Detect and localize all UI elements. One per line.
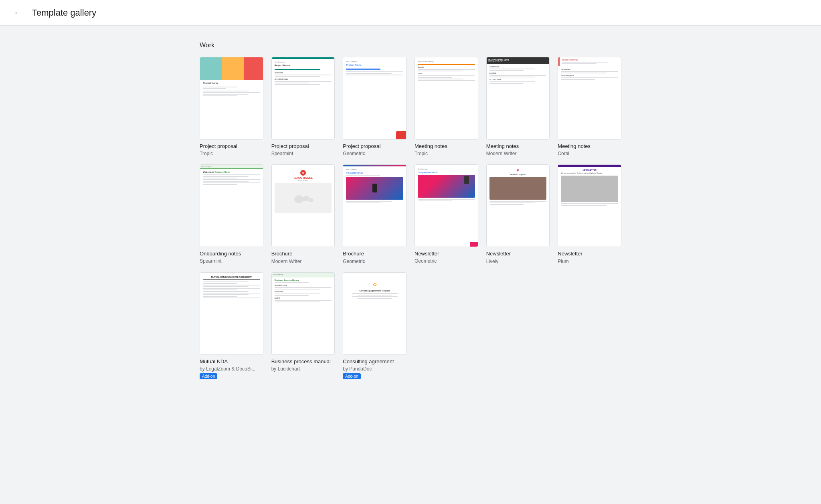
line bbox=[418, 71, 463, 71]
template-thumb: Annual Board Meeting Agenda Goals bbox=[415, 57, 478, 140]
template-name: Project proposal bbox=[343, 143, 406, 150]
teal-block bbox=[200, 57, 222, 80]
section: OVERVIEW bbox=[275, 72, 332, 74]
label: Your Company bbox=[201, 166, 262, 168]
template-card-brochure-geometric[interactable]: Your Company Product Brochure Brochure G… bbox=[343, 164, 406, 264]
plum-tagline: We are nominated for the best new artist… bbox=[561, 172, 618, 174]
thumb-content: Your Company Welcome to Company Name bbox=[200, 165, 263, 247]
section: ATTENDEES bbox=[489, 66, 547, 68]
line bbox=[352, 296, 398, 297]
template-thumb: ♥ We have a surprise! bbox=[486, 164, 550, 247]
ob-header: Your Company bbox=[200, 165, 263, 169]
section: OVERVIEW bbox=[275, 291, 332, 293]
spacer bbox=[203, 91, 260, 96]
line bbox=[275, 75, 332, 75]
section: SCOPE bbox=[275, 297, 332, 299]
accent-line bbox=[275, 69, 320, 70]
geo-bar bbox=[343, 165, 406, 166]
template-card-project-proposal-geometric[interactable]: Your Company Project Name Project propos… bbox=[343, 57, 406, 156]
photo-block bbox=[489, 177, 547, 199]
line bbox=[418, 199, 475, 200]
map bbox=[275, 183, 332, 213]
thumb-content: MUTUAL NON-DISCLOSURE AGREEMENT bbox=[200, 273, 263, 354]
company: Your Company bbox=[273, 273, 334, 275]
template-name: Meeting notes bbox=[486, 143, 550, 150]
template-card-brochure-modern[interactable]: IN GO·GO TRAVEL Travel Brokers Brochure bbox=[271, 164, 335, 264]
map-svg bbox=[291, 191, 315, 205]
template-card-consulting-agreement[interactable]: ✿ Consulting Agreement Template Consulti… bbox=[343, 272, 406, 379]
template-card-newsletter-lively[interactable]: ♥ We have a surprise! Newsletter Lively bbox=[486, 164, 550, 264]
template-card-project-proposal-spearmint[interactable]: Your Company Project Name OVERVIEW SPECI… bbox=[271, 57, 335, 156]
line bbox=[358, 295, 392, 296]
app-header: ← Template gallery bbox=[0, 0, 821, 26]
agreement-title: Consulting Agreement Template bbox=[346, 289, 403, 292]
line bbox=[203, 174, 260, 175]
template-card-meeting-notes-modern[interactable]: MEETING NAME 09/04 DATE • TIME • LOCATIO… bbox=[486, 57, 550, 156]
section: From the Agenda bbox=[561, 75, 618, 77]
nda-title: MUTUAL NON-DISCLOSURE AGREEMENT bbox=[203, 276, 260, 280]
template-thumb: NEWSLETTER We are nominated for the best… bbox=[558, 164, 621, 247]
thumb-content: NEWSLETTER We are nominated for the best… bbox=[558, 165, 621, 247]
meeting-title: Team Meeting bbox=[562, 59, 619, 61]
template-thumb: Your Company Project Name bbox=[343, 57, 406, 140]
line bbox=[561, 79, 595, 80]
template-name: Business process manual bbox=[271, 358, 335, 365]
template-thumb: IN GO·GO TRAVEL Travel Brokers bbox=[271, 164, 335, 247]
line bbox=[561, 73, 607, 73]
thumb-content: Your Company Project Name OVERVIEW SPECI… bbox=[272, 57, 335, 139]
line bbox=[561, 71, 618, 72]
line bbox=[352, 293, 398, 294]
welcome-text: Welcome to Company Name bbox=[203, 171, 260, 173]
company: Your Company bbox=[346, 168, 403, 170]
line bbox=[203, 87, 237, 87]
thumb-content: Your Company Company Newsletter bbox=[415, 165, 478, 247]
color-header bbox=[200, 57, 263, 80]
line bbox=[275, 289, 320, 289]
template-card-mutual-nda[interactable]: MUTUAL NON-DISCLOSURE AGREEMENT bbox=[200, 272, 263, 379]
project-name: Project Name bbox=[346, 64, 403, 67]
template-thumb: Project Name bbox=[200, 57, 263, 140]
main-content: Work Project Name bbox=[190, 26, 631, 413]
template-sub: Tropic bbox=[415, 151, 478, 156]
template-thumb: Your Company Welcome to Company Name bbox=[200, 164, 263, 247]
project-name: Project Name bbox=[275, 64, 332, 67]
template-card-newsletter-geometric[interactable]: Your Company Company Newsletter Newslett… bbox=[415, 164, 478, 264]
line bbox=[203, 178, 237, 178]
section: SPECIFICATIONS bbox=[275, 78, 332, 80]
line bbox=[346, 71, 403, 72]
template-sub: Spearmint bbox=[271, 151, 335, 156]
template-card-meeting-notes-coral[interactable]: Team Meeting Introduction From the Agend… bbox=[558, 57, 621, 156]
line bbox=[418, 69, 475, 70]
header-content: Team Meeting bbox=[560, 57, 621, 66]
svg-point-0 bbox=[294, 195, 304, 203]
label: Annual Board Meeting bbox=[418, 61, 475, 63]
back-button[interactable]: ← bbox=[10, 5, 26, 21]
line bbox=[203, 281, 249, 282]
heart-icon: ♥ bbox=[489, 168, 547, 172]
template-sub: Lively bbox=[486, 259, 550, 264]
thumb-content: Your Company Product Brochure bbox=[343, 165, 406, 247]
corner bbox=[470, 242, 478, 247]
template-card-business-process-manual[interactable]: Your Company Business Process Manual INT… bbox=[271, 272, 335, 379]
template-sub: by PandaDoc bbox=[343, 366, 406, 372]
template-thumb: Your Company Business Process Manual INT… bbox=[271, 272, 335, 355]
work-section: Work Project Name bbox=[200, 42, 621, 379]
template-card-onboarding-spearmint[interactable]: Your Company Welcome to Company Name Onb… bbox=[200, 164, 263, 264]
template-card-project-proposal-tropic[interactable]: Project Name Project proposal Tropic bbox=[200, 57, 263, 156]
template-sub: Tropic bbox=[200, 151, 263, 156]
plum-bar bbox=[558, 165, 621, 167]
section: Agenda bbox=[418, 66, 475, 68]
template-card-meeting-notes-tropic[interactable]: Annual Board Meeting Agenda Goals bbox=[415, 57, 478, 156]
thumb-content: IN GO·GO TRAVEL Travel Brokers bbox=[272, 165, 335, 247]
template-name: Mutual NDA bbox=[200, 358, 263, 365]
line bbox=[203, 179, 260, 180]
line bbox=[418, 200, 452, 201]
accent-corner bbox=[396, 131, 406, 139]
line bbox=[203, 176, 249, 177]
line bbox=[275, 282, 309, 283]
template-sub: Coral bbox=[558, 151, 621, 156]
newsletter-title: Company Newsletter bbox=[418, 171, 475, 174]
template-card-newsletter-plum[interactable]: NEWSLETTER We are nominated for the best… bbox=[558, 164, 621, 264]
brand-name: GO·GO TRAVEL bbox=[275, 176, 332, 180]
line bbox=[275, 81, 332, 82]
